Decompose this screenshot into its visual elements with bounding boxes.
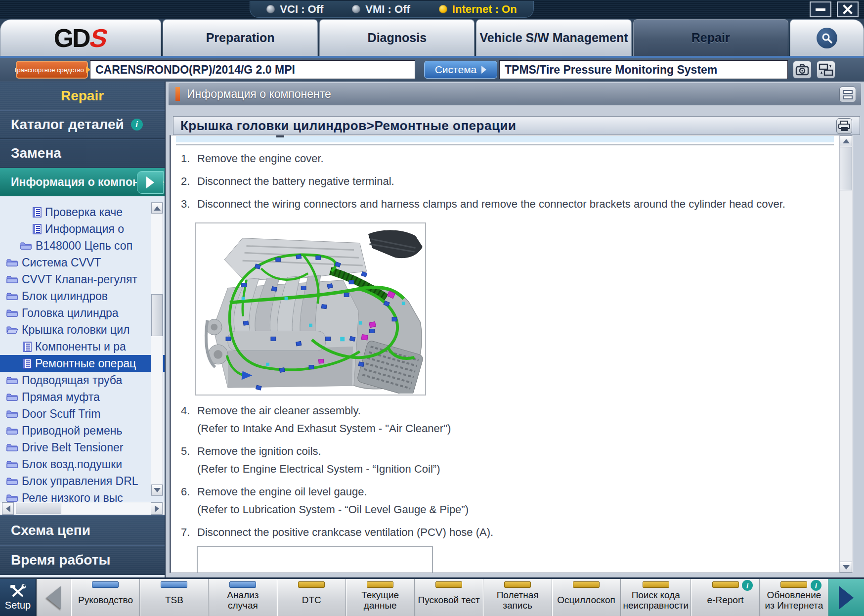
tree-item[interactable]: Система CVVT <box>0 254 165 271</box>
setup-button[interactable]: Setup <box>0 579 37 616</box>
tree-item[interactable]: Проверка каче <box>0 204 165 220</box>
repair-step: 1.Remove the engine cover. <box>181 151 830 166</box>
minimize-button[interactable] <box>810 1 831 17</box>
tree-item[interactable]: CVVT Клапан-регулят <box>0 271 165 288</box>
tree-item-label: Подводящая труба <box>22 374 122 387</box>
folder-icon <box>6 409 18 419</box>
split-view-button[interactable] <box>839 87 856 102</box>
dual-screen-button[interactable] <box>817 61 835 79</box>
close-button[interactable] <box>837 1 859 17</box>
vehicle-bar: Транспортное средство CARENS/RONDO(RP)/2… <box>0 58 864 82</box>
next-figure-partial <box>197 546 433 573</box>
toolbar-button-текущие-данные[interactable]: Текущие данные <box>346 579 415 616</box>
tab-diagnosis[interactable]: Diagnosis <box>319 19 475 56</box>
component-tree: Проверка качеИнформация оB148000 Цепь со… <box>0 196 165 502</box>
tab-preparation[interactable]: Preparation <box>163 19 318 56</box>
toolbar-button-label: Полетная запись <box>484 590 552 611</box>
system-value-field[interactable]: TPMS/Tire Pressure Monitoring System <box>499 60 788 79</box>
toolbar-button-tsb[interactable]: TSB <box>140 579 209 616</box>
tree-horizontal-scrollbar[interactable] <box>0 502 165 515</box>
toolbar-button-анализ-случая[interactable]: Анализ случая <box>209 579 277 616</box>
toolbar-button-обновление-из-интернета[interactable]: Обновление из Интернетаi <box>760 579 828 616</box>
toolbar-button-label: Осциллоскоп <box>555 595 617 605</box>
tree-item[interactable]: B148000 Цепь соп <box>0 237 165 254</box>
folder-icon <box>20 241 32 251</box>
scrollbar-thumb[interactable] <box>840 147 852 190</box>
toolbar-button-e-report[interactable]: e-Reporti <box>691 579 760 616</box>
toolbar-button-полетная-запись[interactable]: Полетная запись <box>483 579 552 616</box>
toolbar-button-пусковой-тест[interactable]: Пусковой тест <box>415 579 483 616</box>
print-button[interactable] <box>836 118 852 134</box>
scroll-down-button[interactable] <box>151 484 163 495</box>
sidebar-item-parts-catalog[interactable]: Каталог деталей i <box>0 110 165 139</box>
indicator-chip <box>92 581 119 588</box>
sidebar-item-circuit-diagram[interactable]: Схема цепи <box>0 515 165 545</box>
indicator-chip <box>504 581 531 588</box>
indicator-chip <box>435 581 462 588</box>
step-text: Disconnect the positive crankcase ventil… <box>197 525 830 540</box>
content-vertical-scrollbar[interactable] <box>839 135 853 572</box>
tree-item[interactable]: Информация о <box>0 220 165 237</box>
tree-item-label: Door Scuff Trim <box>22 407 100 421</box>
vehicle-selector-button[interactable]: Транспортное средство <box>16 61 88 79</box>
tree-item[interactable]: Блок управления DRL <box>0 473 165 489</box>
vehicle-value-field[interactable]: CARENS/RONDO(RP)/2014/G 2.0 MPI <box>90 60 415 79</box>
bottom-toolbar: Setup РуководствоTSBАнализ случаяDTCТеку… <box>0 577 864 616</box>
tree-item[interactable]: Крышка головки цил <box>0 321 165 338</box>
tree-item-label: Блок цилиндров <box>22 290 108 303</box>
engine-figure <box>195 222 426 396</box>
tree-item[interactable]: Ремонтные операц <box>0 355 165 372</box>
sidebar-item-component-info[interactable]: Информация о компоненте <box>0 168 165 196</box>
info-icon: i <box>811 580 821 591</box>
indicator-chip <box>573 581 600 588</box>
tree-vertical-scrollbar[interactable] <box>151 202 163 496</box>
info-icon: i <box>131 119 143 131</box>
tab-search[interactable] <box>790 19 864 56</box>
tree-item-label: Блок возд.подушки <box>22 458 122 471</box>
tree-item-label: CVVT Клапан-регулят <box>22 273 137 286</box>
scroll-right-button[interactable] <box>151 502 163 515</box>
tree-item[interactable]: Приводной ремень <box>0 422 165 439</box>
scrollbar-thumb[interactable] <box>151 294 163 336</box>
tree-item[interactable]: Блок возд.подушки <box>0 456 165 473</box>
scrollbar-thumb[interactable] <box>16 503 61 514</box>
scroll-up-button[interactable] <box>840 135 852 146</box>
tree-item-label: Проверка каче <box>45 206 123 219</box>
scroll-up-button[interactable] <box>151 203 163 214</box>
repair-steps-list: 1.Remove the engine cover.2.Disconnect t… <box>171 151 853 540</box>
scroll-down-button[interactable] <box>840 562 852 572</box>
document-title-bar: Крышка головки цилиндров>Ремонтные опера… <box>173 116 860 135</box>
toolbar-forward-button[interactable] <box>828 579 864 616</box>
internet-led-icon <box>439 5 447 13</box>
sidebar-item-labor-time[interactable]: Время работы <box>0 545 165 575</box>
tree-item-label: Реле низкого и выс <box>22 491 123 502</box>
doc-icon <box>23 342 32 352</box>
tab-vehicle-sw-management[interactable]: Vehicle S/W Management <box>476 19 631 56</box>
tree-item[interactable]: Реле низкого и выс <box>0 489 165 502</box>
tree-item-label: Головка цилиндра <box>22 307 119 320</box>
tree-item[interactable]: Компоненты и ра <box>0 338 165 355</box>
sidebar-item-replacement[interactable]: Замена <box>0 139 165 168</box>
gds-logo[interactable]: GDS <box>0 19 161 56</box>
scroll-left-button[interactable] <box>2 502 14 515</box>
tree-item[interactable]: Door Scuff Trim <box>0 405 165 422</box>
tree-item[interactable]: Drive Belt Tensioner <box>0 439 165 456</box>
tab-repair[interactable]: Repair <box>633 19 788 56</box>
toolbar-button-поиск-кода-неисправности[interactable]: Поиск кода неисправности <box>621 579 691 616</box>
screenshot-camera-button[interactable] <box>793 61 812 79</box>
toolbar-button-руководство[interactable]: Руководство <box>71 579 140 616</box>
tree-item[interactable]: Головка цилиндра <box>0 305 165 321</box>
step-number: 6. <box>181 484 197 517</box>
doc-icon <box>33 224 42 234</box>
tree-item[interactable]: Подводящая труба <box>0 372 165 389</box>
tree-item[interactable]: Прямая муфта <box>0 389 165 405</box>
system-selector-button[interactable]: Система <box>424 61 497 79</box>
tree-item[interactable]: Блок цилиндров <box>0 288 165 305</box>
toolbar-button-dtc[interactable]: DTC <box>277 579 346 616</box>
expand-arrow-button[interactable] <box>137 171 164 194</box>
dual-screen-icon <box>819 63 833 76</box>
toolbar-back-button[interactable] <box>37 579 71 616</box>
toolbar-button-осциллоскоп[interactable]: Осциллоскоп <box>552 579 621 616</box>
arrow-right-icon <box>155 505 159 512</box>
toolbar-button-label: Анализ случая <box>209 590 277 611</box>
